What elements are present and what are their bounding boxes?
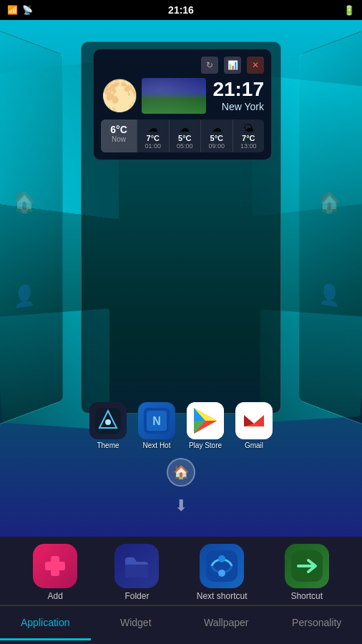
shortcut-add[interactable]: Add: [33, 544, 77, 601]
forecast-icon-2: ☁: [171, 122, 200, 134]
theme-label: Theme: [97, 441, 119, 449]
widget-time: 21:17: [212, 79, 264, 99]
weather-right-info: 21:17 New York: [212, 79, 264, 112]
refresh-button[interactable]: ↻: [201, 57, 218, 74]
current-label: Now: [107, 135, 131, 143]
earth-visual: [142, 78, 206, 114]
moon-icon: 🌕: [101, 81, 138, 111]
bottom-tabs: Application Widget Wallpaper Personality: [0, 605, 362, 640]
folder-label: Folder: [124, 591, 149, 601]
forecast-now: 6°C Now: [101, 119, 137, 152]
cube-panel-left: 🏠 👤: [0, 26, 63, 429]
svg-rect-15: [45, 562, 65, 570]
app-play-store[interactable]: Play Store: [187, 402, 224, 449]
svg-point-17: [218, 555, 225, 562]
scroll-indicator: ⬇: [175, 497, 187, 515]
shortcut-label: Shortcut: [290, 591, 323, 601]
forecast-col-4: 🌤 7°C 13:00: [233, 119, 265, 152]
bottom-bar: Add Folder Next: [0, 537, 362, 644]
wifi-icon: 📡: [22, 5, 33, 15]
main-background: 🏠 👤 🏠 👤 ↻ 📊 ✕ 🌕 21:17 New York 6°C Now: [0, 20, 362, 537]
close-button[interactable]: ✕: [247, 57, 264, 74]
add-label: Add: [47, 591, 62, 601]
shortcut-icon: [285, 544, 329, 588]
next-shortcut-icon: [200, 544, 244, 588]
battery-icon: 🔋: [343, 5, 355, 16]
gmail-label: Gmail: [245, 441, 263, 449]
tab-widget[interactable]: Widget: [91, 606, 182, 640]
weather-widget: ↻ 📊 ✕ 🌕 21:17 New York 6°C Now ☁ 7°C 01:…: [93, 49, 272, 160]
shortcuts-row: Add Folder Next: [0, 537, 362, 605]
folder-icon: [114, 544, 159, 588]
status-left-icons: 📶 📡: [7, 5, 33, 15]
next-hot-icon: N: [138, 402, 175, 439]
next-hot-label: Next Hot: [143, 441, 171, 449]
app-dock: Theme N Next Hot: [81, 402, 281, 487]
svg-text:N: N: [152, 415, 161, 427]
forecast-time-1: 01:00: [139, 142, 167, 150]
play-store-icon: [187, 402, 224, 439]
shortcut-shortcut[interactable]: Shortcut: [285, 544, 329, 601]
weather-main-row: 🌕 21:17 New York: [101, 78, 264, 114]
forecast-time-3: 09:00: [202, 142, 231, 150]
home-icon-left: 🏠: [14, 190, 36, 215]
app-row: Theme N Next Hot: [89, 402, 273, 449]
chart-button[interactable]: 📊: [224, 57, 241, 74]
tab-personality-label: Personality: [292, 617, 341, 628]
tab-personality[interactable]: Personality: [272, 606, 363, 640]
home-button[interactable]: 🏠: [167, 458, 195, 487]
tab-wallpaper[interactable]: Wallpaper: [181, 606, 272, 640]
forecast-icon-4: 🌤: [235, 122, 263, 134]
forecast-icon-1: ☁: [139, 122, 167, 134]
widget-header: ↻ 📊 ✕: [101, 57, 264, 74]
tab-widget-label: Widget: [120, 617, 152, 628]
svg-point-2: [105, 419, 111, 425]
forecast-col-3: ☁ 5°C 09:00: [200, 119, 233, 152]
forecast-time-2: 05:00: [171, 142, 200, 150]
shortcut-folder[interactable]: Folder: [114, 544, 159, 601]
play-store-label: Play Store: [189, 441, 222, 449]
forecast-time-4: 13:00: [235, 142, 263, 150]
app-theme[interactable]: Theme: [89, 402, 127, 449]
svg-rect-16: [206, 550, 238, 582]
forecast-icon-3: ☁: [202, 122, 231, 134]
tab-application-label: Application: [21, 617, 70, 628]
forecast-temp-3: 5°C: [202, 134, 231, 142]
home-icon-right: 🏠: [319, 190, 341, 214]
theme-icon: [89, 402, 127, 439]
app-next-hot[interactable]: N Next Hot: [138, 402, 175, 449]
person-icon-right: 👤: [319, 281, 341, 308]
forecast-temp-1: 7°C: [139, 134, 167, 142]
current-temp: 6°C: [107, 124, 131, 135]
status-time: 21:16: [168, 4, 194, 16]
forecast-temp-4: 7°C: [235, 134, 263, 142]
city-name: New York: [212, 101, 264, 112]
person-icon-left: 👤: [14, 283, 36, 309]
tab-wallpaper-label: Wallpaper: [204, 617, 249, 628]
signal-icon: 📶: [7, 5, 18, 15]
svg-point-18: [218, 570, 225, 577]
forecast-col-2: ☁ 5°C 05:00: [169, 119, 201, 152]
forecast-row: 6°C Now ☁ 7°C 01:00 ☁ 5°C 05:00 ☁ 5°C 09…: [101, 119, 264, 152]
cube-panel-right: 🏠 👤: [299, 26, 362, 429]
app-gmail[interactable]: Gmail: [235, 402, 273, 449]
forecast-temp-2: 5°C: [171, 134, 200, 142]
status-bar: 📶 📡 21:16 🔋: [0, 0, 362, 20]
next-shortcut-label: Next shortcut: [197, 591, 248, 601]
add-icon: [33, 544, 77, 588]
gmail-icon: [235, 402, 273, 439]
status-right-icons: 🔋: [343, 5, 355, 16]
forecast-col-1: ☁ 7°C 01:00: [137, 119, 169, 152]
shortcut-next[interactable]: Next shortcut: [197, 544, 248, 601]
tab-application[interactable]: Application: [0, 606, 91, 640]
